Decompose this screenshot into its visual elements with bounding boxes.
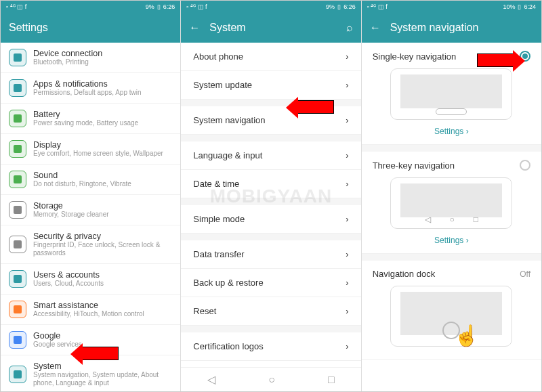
item-label: Reset — [193, 306, 216, 316]
item-icon — [9, 49, 26, 66]
chevron-right-icon: › — [346, 51, 348, 62]
item-label: Users & accounts — [33, 270, 172, 280]
item-label: System update — [193, 80, 252, 90]
chevron-right-icon: › — [346, 115, 348, 125]
topbar-sysnav: ← System navigation — [362, 13, 541, 43]
back-icon[interactable]: ← — [370, 22, 381, 34]
nav-dock-option[interactable]: Navigation dockOff ☝ — [362, 261, 541, 360]
settings-panel: ▫ ⁴ᴳ ◫ f 9%▯6:26 Settings Device connect… — [1, 1, 181, 391]
system-item[interactable]: Back up & restore› — [181, 269, 360, 297]
item-label: Storage — [33, 201, 172, 211]
three-key-option[interactable]: Three-key navigation ◁○□ Settings › — [362, 152, 541, 254]
settings-item[interactable]: Device connectionBluetooth, Printing — [1, 43, 180, 73]
system-item[interactable]: Date & time› — [181, 170, 360, 198]
settings-list[interactable]: Device connectionBluetooth, PrintingApps… — [1, 43, 180, 391]
search-icon[interactable]: ⌕ — [346, 22, 353, 34]
item-label: Smart assistance — [33, 301, 172, 310]
settings-link[interactable]: Settings › — [373, 124, 530, 136]
option-label: Navigation dock — [373, 269, 436, 279]
navbar[interactable]: ◁○□ — [181, 367, 360, 391]
sysnav-panel: ▫ ⁴ᴳ ◫ f 10%▯6:24 ← System navigation Si… — [362, 1, 541, 391]
item-label: Back up & restore — [193, 278, 263, 288]
item-label: Data transfer — [193, 249, 244, 259]
option-label: Single-key navigation — [373, 51, 457, 62]
status-left: ▫ ⁴ᴳ ◫ f — [367, 3, 388, 10]
system-item[interactable]: System update› — [181, 71, 360, 100]
settings-item[interactable]: SoundDo not disturb, Ringtone, Vibrate — [1, 165, 180, 195]
item-sub: Permissions, Default apps, App twin — [33, 89, 172, 97]
settings-item[interactable]: Security & privacyFingerprint ID, Face u… — [1, 225, 180, 264]
preview-threekey: ◁○□ — [390, 177, 512, 229]
statusbar: ▫ ⁴ᴳ ◫ f 10%▯6:24 — [362, 1, 541, 13]
preview-dock: ☝ — [390, 286, 512, 347]
item-sub: Bluetooth, Printing — [33, 58, 172, 66]
item-icon — [9, 301, 26, 318]
settings-item[interactable]: StorageMemory, Storage cleaner — [1, 195, 180, 225]
settings-item[interactable]: DisplayEye comfort, Home screen style, W… — [1, 134, 180, 165]
item-label: System navigation — [193, 115, 265, 125]
item-label: Apps & notifications — [33, 79, 172, 89]
item-icon — [9, 366, 26, 383]
statusbar: ▫ ⁴ᴳ ◫ f 9%▯6:26 — [181, 1, 360, 13]
settings-link[interactable]: Settings › — [373, 233, 530, 245]
chevron-right-icon: › — [346, 306, 348, 316]
settings-item[interactable]: Apps & notificationsPermissions, Default… — [1, 73, 180, 104]
status-left: ▫ ⁴ᴳ ◫ f — [6, 3, 26, 10]
status-left: ▫ ⁴ᴳ ◫ f — [186, 3, 207, 10]
item-label: Sound — [33, 171, 172, 180]
status-right: 9%▯6:26 — [146, 3, 175, 10]
item-sub: Accessibility, HiTouch, Motion control — [33, 310, 172, 318]
page-title: System navigation — [390, 22, 533, 34]
chevron-right-icon: › — [346, 179, 348, 189]
item-label: System — [33, 362, 172, 371]
settings-item[interactable]: Smart assistanceAccessibility, HiTouch, … — [1, 295, 180, 325]
system-item[interactable]: Reset› — [181, 297, 360, 326]
status-right: 10%▯6:24 — [503, 3, 536, 10]
option-label: Three-key navigation — [373, 160, 455, 171]
system-item[interactable]: Language & input› — [181, 141, 360, 170]
item-icon — [9, 110, 26, 127]
chevron-right-icon: › — [346, 278, 348, 288]
topbar-settings: Settings — [1, 13, 180, 43]
system-item[interactable]: Data transfer› — [181, 240, 360, 269]
item-label: Display — [33, 140, 172, 150]
item-label: Device connection — [33, 49, 172, 58]
item-sub: Eye comfort, Home screen style, Wallpape… — [33, 150, 172, 158]
item-label: Battery — [33, 110, 172, 119]
arrow-sysnav — [296, 100, 334, 114]
settings-item[interactable]: BatteryPower saving mode, Battery usage — [1, 104, 180, 134]
system-list[interactable]: About phone›System update›System navigat… — [181, 43, 360, 367]
finger-icon: ☝ — [454, 324, 479, 347]
item-icon — [9, 201, 26, 219]
item-label: Google — [33, 331, 172, 341]
page-title: Settings — [9, 22, 172, 34]
item-sub: Users, Cloud, Accounts — [33, 280, 172, 288]
item-label: Language & input — [193, 150, 262, 160]
settings-item[interactable]: SystemSystem navigation, System update, … — [1, 355, 180, 391]
settings-item[interactable]: Users & accountsUsers, Cloud, Accounts — [1, 264, 180, 295]
item-sub: Power saving mode, Battery usage — [33, 119, 172, 127]
item-label: About phone — [193, 51, 243, 62]
topbar-system: ← System ⌕ — [181, 13, 360, 43]
item-label: Date & time — [193, 179, 239, 189]
item-icon — [9, 79, 26, 97]
chevron-right-icon: › — [346, 80, 348, 90]
item-icon — [9, 331, 26, 349]
item-label: Security & privacy — [33, 232, 172, 241]
statusbar: ▫ ⁴ᴳ ◫ f 9%▯6:26 — [1, 1, 180, 13]
item-sub: Fingerprint ID, Face unlock, Screen lock… — [33, 241, 172, 257]
system-item[interactable]: Certification logos› — [181, 332, 360, 361]
system-item[interactable]: Simple mode› — [181, 205, 360, 234]
item-sub: Memory, Storage cleaner — [33, 211, 172, 219]
radio-unselected[interactable] — [520, 160, 530, 171]
system-panel: ▫ ⁴ᴳ ◫ f 9%▯6:26 ← System ⌕ About phone›… — [181, 1, 361, 391]
preview-singlekey — [390, 68, 512, 120]
item-sub: Do not disturb, Ringtone, Vibrate — [33, 180, 172, 188]
back-icon[interactable]: ← — [189, 22, 200, 34]
arrow-radio — [477, 53, 515, 67]
chevron-right-icon: › — [346, 249, 348, 259]
chevron-right-icon: › — [346, 341, 348, 351]
item-icon — [9, 171, 26, 188]
system-item[interactable]: About phone› — [181, 43, 360, 71]
item-sub: System navigation, System update, About … — [33, 371, 172, 387]
